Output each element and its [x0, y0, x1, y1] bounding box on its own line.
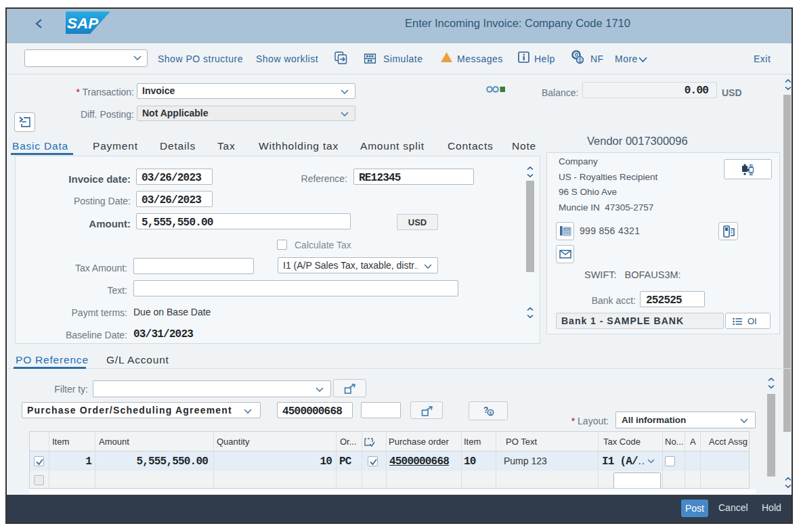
svg-text:$: $	[578, 57, 582, 64]
svg-text:SAP: SAP	[67, 15, 99, 32]
svg-text:$: $	[489, 410, 492, 416]
